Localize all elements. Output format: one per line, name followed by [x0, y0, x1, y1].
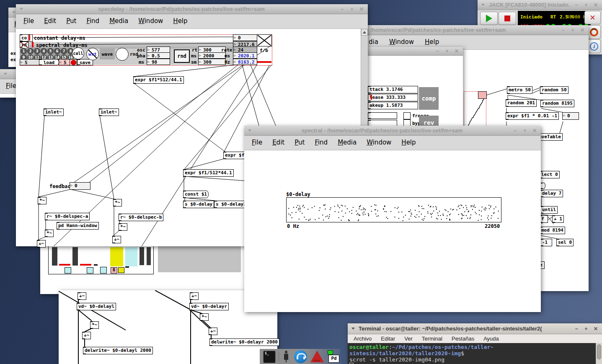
pd-object-wavetable[interactable]: aveTable	[537, 133, 563, 141]
maximize-button[interactable]	[584, 326, 589, 332]
number-box[interactable]: 0	[233, 34, 257, 41]
preset-knob-7[interactable]: 7	[61, 48, 67, 54]
terminal-scrollbar[interactable]	[596, 343, 602, 364]
key-cyan-box[interactable]	[100, 267, 107, 274]
pd-launcher[interactable]: Pd	[326, 349, 338, 364]
pd-object-send-b[interactable]: s $0-delay2	[214, 201, 248, 208]
pd-object-expr-div[interactable]: expr $f1/512*44.1	[183, 169, 234, 177]
jack-titlebar[interactable]: JACK [FCA610-48000] Iniciado.	[478, 0, 602, 10]
pha-value[interactable]: 0.5	[147, 52, 170, 59]
sm-value[interactable]: 300	[198, 59, 226, 65]
preset-knob-4[interactable]: 4	[41, 48, 47, 54]
preset-knob-1[interactable]: 1	[21, 48, 27, 54]
comp-titlebar[interactable]	[367, 47, 463, 56]
pd-object-metro[interactable]: metro 50	[507, 86, 532, 94]
ms-value[interactable]: 98	[147, 59, 170, 65]
wave-button[interactable]: wave	[100, 49, 115, 59]
pd-object-mul[interactable]: *~	[113, 199, 122, 207]
pd-object-add[interactable]: +~	[209, 328, 217, 335]
scroll-up-arrow[interactable]	[361, 29, 368, 36]
menu-media-partial[interactable]: dia	[369, 38, 378, 46]
load-message[interactable]: load	[39, 59, 59, 65]
pd-object-add[interactable]: +~	[37, 240, 46, 248]
pd-object-inlet-a[interactable]: inlet~	[44, 108, 64, 116]
menu-find[interactable]: Find	[86, 17, 99, 25]
close-button[interactable]	[593, 2, 598, 8]
menu-ver[interactable]: Ver	[404, 336, 413, 342]
wave-shape-dial[interactable]	[116, 48, 129, 61]
pd-object-add[interactable]: +~	[78, 292, 86, 300]
pd-object-mul[interactable]: *~	[45, 230, 54, 237]
ms2-value[interactable]: 2000	[198, 52, 226, 59]
minimize-button[interactable]	[574, 2, 579, 8]
close-button[interactable]	[532, 128, 537, 134]
pd-object-delay[interactable]: delay 7	[540, 190, 563, 197]
menu-file[interactable]: File	[6, 82, 16, 90]
menu-put[interactable]: Put	[295, 139, 305, 146]
jack-start-button[interactable]	[480, 12, 498, 25]
rn-box-broken[interactable]: rn	[20, 41, 28, 48]
key-cyan-box[interactable]	[87, 267, 93, 274]
spectrum-analyzer-launcher[interactable]	[310, 351, 324, 362]
close-button[interactable]	[580, 27, 585, 33]
rate-value[interactable]: 24	[233, 46, 257, 53]
freeze-toggle[interactable]	[403, 112, 411, 119]
minimize-button[interactable]	[561, 27, 566, 33]
menu-media[interactable]: Media	[109, 17, 128, 25]
pd-object-select[interactable]: lect 0	[540, 171, 560, 178]
pd-object-mul[interactable]: *~	[200, 313, 209, 321]
menu-help[interactable]: Help	[173, 17, 187, 25]
menu-put[interactable]: Put	[66, 17, 76, 25]
pd-object-vd-right[interactable]: vd~ $0-delayr	[189, 303, 229, 310]
close-button[interactable]	[593, 326, 598, 332]
pd-object-random201[interactable]: random 201	[506, 99, 537, 107]
scrollbar-thumb[interactable]	[597, 344, 601, 359]
preset-knob-6[interactable]: 6	[54, 48, 60, 54]
close-button[interactable]	[454, 48, 459, 54]
key-yellow-bar[interactable]	[110, 247, 123, 266]
menu-help[interactable]: Help	[425, 38, 439, 46]
key-bar[interactable]	[147, 247, 151, 265]
menu-media[interactable]: Media	[338, 139, 357, 146]
jack-stop-button[interactable]	[499, 12, 516, 25]
pd-object-add[interactable]: +~	[112, 236, 121, 243]
makeup-field[interactable]: akeup 1.5873	[368, 102, 418, 109]
pd-object-mul[interactable]: *~	[38, 197, 47, 204]
spectral-titlebar[interactable]: spectral - /home/oscar/Pd/patches/os-pat…	[244, 126, 541, 136]
pd-object-expr-mul[interactable]: expr $f1*512/44.1	[133, 76, 184, 84]
rnd-button[interactable]: rnd	[174, 49, 190, 63]
jack-quit-button[interactable]: ✕	[584, 11, 601, 24]
menu-archivo[interactable]: Archivo	[354, 336, 372, 342]
menu-ayuda[interactable]: Ayuda	[483, 336, 499, 342]
minimize-button[interactable]	[513, 128, 518, 134]
comp-button[interactable]: comp	[419, 87, 439, 110]
ms3-value[interactable]: 2020.1	[233, 52, 257, 59]
key-cyan-box[interactable]	[65, 267, 71, 274]
pd-object-add[interactable]: +~	[190, 292, 199, 300]
slider-partial[interactable]	[368, 112, 397, 119]
key-bar[interactable]	[52, 247, 57, 266]
menu-pestanas[interactable]: Pestañas	[452, 336, 474, 342]
minimize-button[interactable]	[435, 48, 440, 54]
pd-object-vd-left[interactable]: vd~ $0-delayl	[77, 303, 116, 310]
maximize-button[interactable]	[584, 2, 589, 8]
pd-object-hann[interactable]: pd Hann-window	[57, 222, 99, 230]
specdelay-titlebar[interactable]: specdelay - /home/oscar/Pd/patches/os-pa…	[16, 4, 368, 14]
pd-object-recv-a[interactable]: r~ $0-delspec-a	[45, 213, 90, 220]
pd-object-expr[interactable]: expr $f1 * 0.01 -1	[506, 112, 559, 120]
maximize-button[interactable]	[444, 48, 450, 54]
key-yellow-box[interactable]	[118, 267, 124, 273]
menu-help[interactable]: Help	[401, 139, 416, 146]
headphones-launcher[interactable]	[294, 350, 307, 363]
call-button[interactable]: call	[72, 47, 84, 59]
preset-knob-2[interactable]: 2	[27, 48, 34, 54]
menu-window[interactable]: Window	[367, 139, 391, 146]
record-cell[interactable]: R	[111, 267, 117, 274]
record-knob[interactable]	[70, 59, 77, 66]
preset-knob-3[interactable]: 3	[34, 48, 40, 54]
menu-edit[interactable]: Edit	[272, 139, 284, 146]
pd-object-mod[interactable]: mod 8194	[540, 227, 565, 234]
pd-object-until[interactable]: until	[540, 206, 558, 214]
fm-main-titlebar[interactable]: t] - /home/oscar/Pd/patches/os-patches/l…	[360, 25, 589, 35]
pd-object-minus-one[interactable]: -1	[540, 239, 552, 246]
